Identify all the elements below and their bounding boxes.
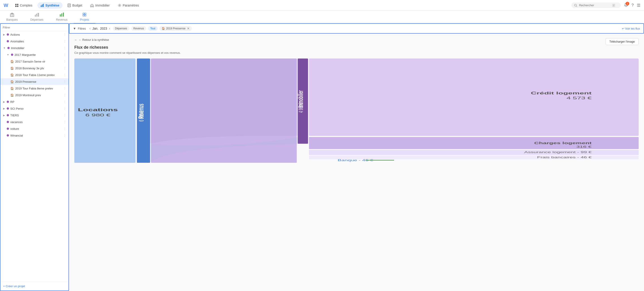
inner-content: ← ← Retour à la synthèse Flux de richess…	[69, 34, 644, 291]
subnav-revenus-label: Revenus	[56, 18, 68, 21]
chevron-right-icon: ▶	[3, 100, 5, 103]
sankey-svg: Locations 6 980 € Revenus 6 980 € Immobi…	[74, 59, 639, 166]
sidebar-item-actions[interactable]: ▶ Actions ⋮	[0, 31, 68, 38]
drag-handle: ⋮	[63, 80, 66, 83]
menu-icon[interactable]: ☰	[637, 3, 640, 8]
drag-handle: ⋮	[63, 134, 66, 137]
chevron-right-icon: ▶	[3, 107, 5, 110]
drag-handle: ⋮	[63, 100, 66, 104]
filter-year: 2023	[100, 27, 107, 30]
sidebar-filter-input[interactable]	[3, 26, 66, 29]
sidebar-item-bonnevay[interactable]: 🏠 2018 Bonnevay 3e plv ⋮	[0, 65, 68, 72]
left-header: ← ← Retour à la synthèse Flux de richess…	[74, 38, 181, 59]
sidebar-item-tour-fabia-8[interactable]: 🏠 2019 Tour Fabia 8eme prelev ⋮	[0, 85, 68, 92]
sidebar-search-box[interactable]	[0, 24, 68, 31]
drag-handle: ⋮	[63, 107, 66, 110]
immobilier-bar-value: 4 988 €	[297, 103, 304, 113]
filter-next-button[interactable]: ›	[108, 27, 111, 31]
close-account-chip-button[interactable]: ✕	[187, 27, 190, 30]
sidebar-item-immobilier-label: Immobilier	[11, 46, 24, 50]
main-layout: ▶ Actions ⋮ Anomalies ⋮ ▼ Immobilier ⋮ ▼	[0, 23, 644, 291]
bar-chart-icon	[40, 4, 44, 7]
svg-rect-20	[36, 14, 38, 17]
svg-rect-15	[10, 15, 11, 16]
subnav-revenus[interactable]: Revenus	[50, 10, 74, 24]
nav-budget[interactable]: Budget	[64, 2, 85, 9]
notification-count: 2	[626, 2, 629, 6]
sidebar-item-sci-perso-label: SCI Perso	[10, 107, 24, 110]
svg-rect-0	[15, 4, 16, 5]
sidebar-item-immobilier[interactable]: ▼ Immobilier ⋮	[0, 45, 68, 51]
filter-prev-button[interactable]: ‹	[88, 27, 91, 31]
filter-chip-depenses[interactable]: Dépenses	[113, 26, 130, 31]
nav-synthese[interactable]: Synthèse	[38, 2, 62, 9]
subnav-depenses-label: Dépenses	[30, 18, 44, 21]
sidebar-item-voiture[interactable]: voiture ⋮	[0, 125, 68, 132]
search-input[interactable]	[579, 4, 610, 7]
sidebar-item-vacances[interactable]: vacances ⋮	[0, 119, 68, 125]
search-box[interactable]: /	[572, 3, 621, 8]
sidebar-item-montreuil[interactable]: 🏠 2019 Montreuil prev ⋮	[0, 92, 68, 98]
sidebar-item-tour-fabia-11[interactable]: 🏠 2018 Tour Fabia 11eme prelev ⋮	[0, 72, 68, 78]
search-icon	[574, 4, 577, 7]
topnav: W Comptes Synthèse Budget Immobilier Par…	[0, 0, 644, 11]
sidebar-item-montreuil-label: 2019 Montreuil prev	[15, 94, 41, 97]
drag-handle: ⋮	[63, 46, 66, 50]
sidebar-item-tour-fabia-8-label: 2019 Tour Fabia 8eme prelev	[15, 87, 53, 90]
drag-handle: ⋮	[63, 113, 66, 117]
topnav-right: / 2 ? ☰	[572, 3, 640, 8]
download-button[interactable]: Télécharger l'image	[606, 38, 639, 45]
chevron-down-icon: ▼	[3, 47, 6, 49]
svg-rect-5	[42, 5, 42, 7]
sidebar-item-voiture-label: voiture	[10, 127, 19, 130]
nav-comptes[interactable]: Comptes	[12, 2, 36, 9]
filter-chip-revenus[interactable]: Revenus	[131, 26, 146, 31]
sidebar-item-tiers-label: TIERS	[10, 114, 19, 117]
sidebar-item-sarrazin[interactable]: 🏠 2017 Sarrazin 5eme vir ⋮	[0, 58, 68, 65]
filter-chip-account[interactable]: 🏠 2019 Pressense ✕	[160, 26, 192, 31]
chevron-right-icon: ▶	[3, 33, 5, 36]
projets-icon	[82, 12, 87, 17]
subnav-depenses[interactable]: Dépenses	[24, 10, 50, 24]
create-project-button[interactable]: + Créer un projet	[0, 281, 68, 290]
sidebar-item-anomalies-label: Anomalies	[10, 40, 24, 43]
nav-parametres[interactable]: Paramètres	[115, 2, 142, 9]
house-icon: 🏠	[10, 94, 14, 97]
sidebar-item-tour-fabia-11-label: 2018 Tour Fabia 11eme prelev	[15, 73, 55, 77]
notification-bell[interactable]: 2	[624, 3, 628, 8]
house-icon: 🏠	[10, 60, 14, 63]
banques-icon	[10, 12, 14, 17]
depenses-icon	[34, 12, 40, 17]
nav-immobilier[interactable]: Immobilier	[87, 2, 113, 9]
grid-icon	[15, 4, 18, 7]
drag-handle: ⋮	[63, 120, 66, 124]
locations-value: 6 980 €	[85, 113, 110, 117]
charges-label: Charges logement	[534, 141, 592, 145]
sidebar-item-winancial[interactable]: Winancial ⋮	[0, 132, 68, 139]
house-icon: 🏠	[10, 73, 14, 77]
sidebar-item-rp[interactable]: ▶ RP ⋮	[0, 98, 68, 105]
sidebar-item-sci-perso[interactable]: ▶ SCI Perso ⋮	[0, 105, 68, 112]
subnav-projets[interactable]: Projets	[74, 10, 95, 24]
svg-rect-24	[63, 13, 64, 17]
help-icon[interactable]: ?	[632, 3, 634, 8]
dot-icon	[7, 134, 9, 137]
filter-icon: ▼	[73, 27, 76, 30]
svg-rect-2	[15, 6, 16, 7]
voir-flux-link[interactable]: ↩ Voir les flux	[622, 27, 640, 30]
nav-comptes-label: Comptes	[20, 4, 32, 7]
dot-icon	[7, 121, 9, 123]
filter-account-label: 2019 Pressense	[166, 27, 186, 30]
sidebar-item-pressense[interactable]: 🏠 2019 Pressense ⋮	[0, 78, 68, 85]
nav-immobilier-label: Immobilier	[95, 4, 110, 7]
sidebar-item-marguerite[interactable]: ▼ 2017 Marguerite ⋮	[0, 51, 68, 58]
svg-rect-19	[35, 15, 36, 17]
back-link[interactable]: ← ← Retour à la synthèse	[74, 38, 181, 42]
sidebar-item-anomalies[interactable]: Anomalies ⋮	[0, 38, 68, 45]
sidebar-item-winancial-label: Winancial	[10, 134, 23, 137]
subnav-banques[interactable]: Banques	[0, 10, 24, 24]
nav-synthese-label: Synthèse	[46, 4, 59, 7]
credit-value: 4 573 €	[566, 96, 592, 100]
sidebar-item-tiers[interactable]: ▶ TIERS ⋮	[0, 112, 68, 119]
filter-chip-tout[interactable]: Tout	[148, 26, 158, 31]
